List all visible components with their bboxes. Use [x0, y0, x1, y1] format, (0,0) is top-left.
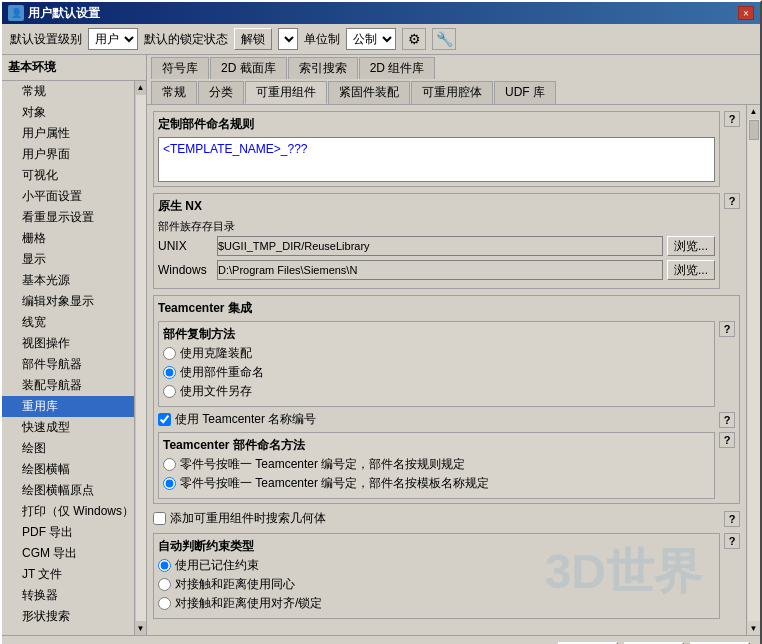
- sidebar-item-编辑对象显示[interactable]: 编辑对象显示: [2, 291, 134, 312]
- native-nx-help-icon[interactable]: ?: [724, 193, 740, 209]
- sidebar-item-线宽[interactable]: 线宽: [2, 312, 134, 333]
- copy-clone-radio[interactable]: [163, 347, 176, 360]
- sidebar-item-看重显示设置[interactable]: 看重显示设置: [2, 207, 134, 228]
- naming-template-label: 零件号按唯一 Teamcenter 编号定，部件名按模板名称规定: [180, 475, 489, 492]
- copy-rename-label: 使用部件重命名: [180, 364, 264, 381]
- constraint-align-radio[interactable]: [158, 597, 171, 610]
- sidebar-item-小平面设置[interactable]: 小平面设置: [2, 186, 134, 207]
- sidebar-item-显示[interactable]: 显示: [2, 249, 134, 270]
- name-rule-title: 定制部件命名规则: [158, 116, 715, 133]
- search-geo-inner: 添加可重用组件时搜索几何体: [153, 510, 720, 527]
- windows-input[interactable]: [217, 260, 663, 280]
- right-scrollbar[interactable]: ▲ ▼: [746, 105, 760, 635]
- naming-method-help-icon[interactable]: ?: [719, 432, 735, 448]
- name-rule-value: <TEMPLATE_NAME>_???: [163, 142, 308, 156]
- sidebar-item-pdf[interactable]: PDF 导出: [2, 522, 134, 543]
- lock-button[interactable]: 解锁: [234, 28, 272, 50]
- sidebar-item-绘图横幅[interactable]: 绘图横幅: [2, 459, 134, 480]
- unix-browse-btn[interactable]: 浏览...: [667, 236, 715, 256]
- default-level-select[interactable]: 用户: [88, 28, 138, 50]
- search-geo-help-icon[interactable]: ?: [724, 511, 740, 527]
- copy-saveas-radio[interactable]: [163, 385, 176, 398]
- tab-符号库[interactable]: 符号库: [151, 57, 209, 79]
- copy-rename-radio[interactable]: [163, 366, 176, 379]
- tab-row-2: 常规 分类 可重用组件 紧固件装配 可重用腔体 UDF 库: [147, 79, 760, 105]
- window-title: 用户默认设置: [28, 5, 100, 22]
- unit-label: 单位制: [304, 31, 340, 48]
- constraint-concentric-label: 对接触和距离使用同心: [175, 576, 295, 593]
- name-rule-input-box[interactable]: <TEMPLATE_NAME>_???: [158, 137, 715, 182]
- sidebar-item-绘图[interactable]: 绘图: [2, 438, 134, 459]
- sidebar-item-打印[interactable]: 打印（仅 Windows）: [2, 501, 134, 522]
- tab-2d组件库[interactable]: 2D 组件库: [359, 57, 436, 79]
- copy-method-title: 部件复制方法: [163, 326, 710, 343]
- native-nx-box: 原生 NX 部件族存存目录 UNIX 浏览... Windows 浏览...: [153, 193, 720, 289]
- copy-method-row: 部件复制方法 使用克隆装配 使用部件重命名: [158, 321, 735, 407]
- sidebar-item-cgm[interactable]: CGM 导出: [2, 543, 134, 564]
- sidebar-item-对象[interactable]: 对象: [2, 102, 134, 123]
- constraint-concentric-radio[interactable]: [158, 578, 171, 591]
- tc-numbering-help-icon[interactable]: ?: [719, 412, 735, 428]
- extra-icon-btn[interactable]: 🔧: [432, 28, 456, 50]
- parts-dir-label: 部件族存存目录: [158, 219, 715, 234]
- tab-可重用腔体[interactable]: 可重用腔体: [411, 81, 493, 104]
- tab-可重用组件[interactable]: 可重用组件: [245, 81, 327, 104]
- sidebar-item-常规[interactable]: 常规: [2, 81, 134, 102]
- windows-browse-btn[interactable]: 浏览...: [667, 260, 715, 280]
- sidebar-item-基本光源[interactable]: 基本光源: [2, 270, 134, 291]
- left-scrollbar[interactable]: ▲ ▼: [134, 81, 146, 635]
- sidebar-item-可视化[interactable]: 可视化: [2, 165, 134, 186]
- tab-紧固件装配[interactable]: 紧固件装配: [328, 81, 410, 104]
- unix-input[interactable]: [217, 236, 663, 256]
- naming-rule-radio[interactable]: [163, 458, 176, 471]
- tab-索引搜索[interactable]: 索引搜索: [288, 57, 358, 79]
- tc-numbering-row: 使用 Teamcenter 名称编号 ?: [158, 411, 735, 428]
- sidebar-item-装配导航器[interactable]: 装配导航器: [2, 375, 134, 396]
- sidebar-item-快速成型[interactable]: 快速成型: [2, 417, 134, 438]
- unix-label: UNIX: [158, 239, 213, 253]
- name-rule-help-icon[interactable]: ?: [724, 111, 740, 127]
- main-layout: 基本环境 常规 对象 用户属性 用户界面 可视化 小平面设置 看重显示设置 栅格…: [2, 55, 760, 635]
- sidebar-item-绘图横幅原点[interactable]: 绘图横幅原点: [2, 480, 134, 501]
- copy-method-option-3: 使用文件另存: [163, 383, 710, 400]
- scroll-up-arrow[interactable]: ▲: [748, 105, 760, 118]
- scroll-down-arrow[interactable]: ▼: [748, 622, 760, 635]
- sidebar-item-部件导航器[interactable]: 部件导航器: [2, 354, 134, 375]
- sidebar-item-用户属性[interactable]: 用户属性: [2, 123, 134, 144]
- naming-template-radio[interactable]: [163, 477, 176, 490]
- settings-icon-btn[interactable]: ⚙: [402, 28, 426, 50]
- sidebar-item-转换器[interactable]: 转换器: [2, 585, 134, 606]
- content-area: 定制部件命名规则 <TEMPLATE_NAME>_??? ? 原生 NX 部件族…: [147, 105, 746, 635]
- tc-numbering-checkbox[interactable]: [158, 413, 171, 426]
- scroll-thumb[interactable]: [749, 120, 759, 140]
- constraint-option-2: 对接触和距离使用同心: [158, 576, 715, 593]
- constraint-align-label: 对接触和距离使用对齐/锁定: [175, 595, 322, 612]
- tab-常规[interactable]: 常规: [151, 81, 197, 104]
- sidebar-item-栅格[interactable]: 栅格: [2, 228, 134, 249]
- windows-label: Windows: [158, 263, 213, 277]
- name-rule-section: 定制部件命名规则 <TEMPLATE_NAME>_??? ?: [153, 111, 740, 187]
- sidebar-item-视图操作[interactable]: 视图操作: [2, 333, 134, 354]
- sidebar-item-jt[interactable]: JT 文件: [2, 564, 134, 585]
- toolbar: 默认设置级别 用户 默认的锁定状态 解锁 单位制 公制 ⚙ 🔧: [2, 24, 760, 55]
- naming-method-title: Teamcenter 部件命名方法: [163, 437, 710, 454]
- constraint-remembered-radio[interactable]: [158, 559, 171, 572]
- sidebar-item-形状搜索[interactable]: 形状搜索: [2, 606, 134, 627]
- unit-select[interactable]: 公制: [346, 28, 396, 50]
- left-panel: 基本环境 常规 对象 用户属性 用户界面 可视化 小平面设置 看重显示设置 栅格…: [2, 55, 147, 635]
- tab-udf库[interactable]: UDF 库: [494, 81, 556, 104]
- left-panel-header: 基本环境: [2, 55, 146, 81]
- sidebar-item-重用库[interactable]: 重用库: [2, 396, 134, 417]
- constraint-remembered-label: 使用已记住约束: [175, 557, 259, 574]
- naming-rule-label: 零件号按唯一 Teamcenter 编号定，部件名按规则规定: [180, 456, 465, 473]
- tab-分类[interactable]: 分类: [198, 81, 244, 104]
- constraint-help-icon[interactable]: ?: [724, 533, 740, 549]
- lock-select[interactable]: [278, 28, 298, 50]
- search-geo-checkbox[interactable]: [153, 512, 166, 525]
- main-window: 👤 用户默认设置 × 默认设置级别 用户 默认的锁定状态 解锁 单位制 公制 ⚙…: [0, 0, 762, 644]
- sidebar-item-用户界面[interactable]: 用户界面: [2, 144, 134, 165]
- tab-2d截面库[interactable]: 2D 截面库: [210, 57, 287, 79]
- close-button[interactable]: ×: [738, 6, 754, 20]
- copy-method-help-icon[interactable]: ?: [719, 321, 735, 337]
- right-panel: 符号库 2D 截面库 索引搜索 2D 组件库 常规 分类 可重用组件 紧固件装配…: [147, 55, 760, 635]
